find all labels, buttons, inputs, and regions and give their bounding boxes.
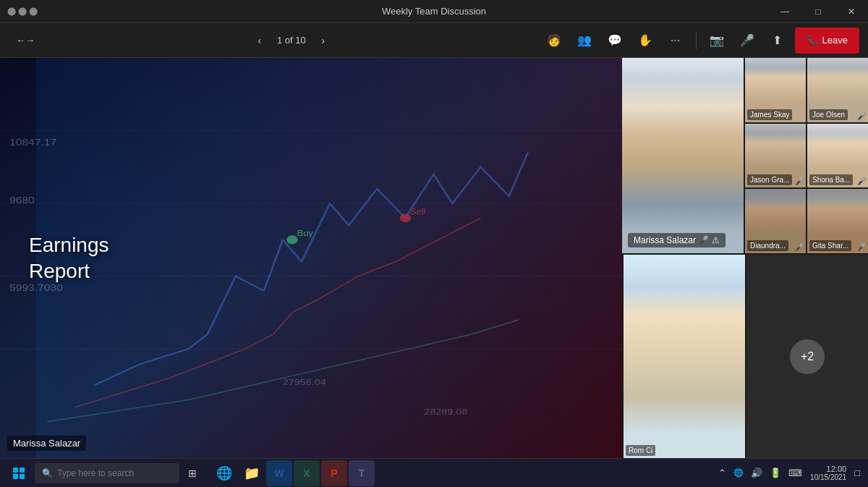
battery-icon: 🔋 [767,467,783,478]
mic-button[interactable]: 🎤 [734,27,760,54]
system-tray: ⌃ 🌐 🔊 🔋 ⌨ 12:00 10/15/2021 □ [716,465,862,481]
main-speaker-name: Marissa Salazar [634,235,696,245]
svg-text:27956.04: 27956.04 [283,378,326,387]
taskbar-apps: 🌐 📁 W X P T [211,460,375,486]
share-icon: ⬆ [773,33,782,47]
rom-ci-label: Rom Ci [626,445,655,456]
presentation-slide: 10847.17 9680 5993.7030 27956.04 28289.0… [0,58,622,458]
svg-rect-14 [13,467,18,473]
search-icon: 🔍 [42,468,53,478]
hand-icon: ✋ [638,33,652,47]
main-content: 10847.17 9680 5993.7030 27956.04 28289.0… [0,58,868,458]
james-name-label: James Skay [747,109,792,120]
taskbar-app-word[interactable]: W [266,460,292,486]
taskbar-app-folder[interactable]: 📁 [239,460,265,486]
task-view-button[interactable]: ⊞ [182,462,203,485]
excel-icon: X [303,467,310,479]
back-icon: ←→ [16,35,35,46]
prev-slide-button[interactable]: ‹ [250,30,270,51]
show-desktop-icon[interactable]: □ [852,467,862,478]
top-videos-row: Marissa Salazar 🎤 ⚠ James Skay Joe Olsen… [622,58,868,253]
joe-mute-icon: 🎤 [857,112,866,120]
clock-time: 12:00 [810,465,846,473]
taskbar-clock[interactable]: 12:00 10/15/2021 [807,465,849,481]
minimize-button[interactable]: — [768,0,801,23]
gita-name-label: Gita Shar... [809,240,851,251]
pagination-nav: ‹ 1 of 10 › [250,30,333,51]
main-speaker-video: Marissa Salazar 🎤 ⚠ [622,58,744,253]
chat-icon: 💬 [608,33,622,47]
next-slide-button[interactable]: › [313,30,333,51]
jason-name-label: Jason Gra... [747,174,792,185]
camera-icon: 📷 [710,33,724,47]
toolbar: ←→ ‹ 1 of 10 › 🧑 👥 💬 ✋ ··· 📷 🎤 ⬆ [0,23,868,58]
main-speaker-mic: 🎤 ⚠ [698,235,719,245]
joe-name-label: Joe Olsen [809,109,848,120]
svg-text:Sell: Sell [410,208,426,216]
folder-icon: 📁 [244,465,260,481]
svg-rect-15 [20,467,25,473]
diaundra-mute-icon: 🎤 [795,243,804,251]
edge-icon: 🌐 [216,465,232,481]
shona-mute-icon: 🎤 [857,177,866,185]
svg-text:10847.17: 10847.17 [9,137,56,147]
start-button[interactable] [6,462,32,485]
svg-point-12 [399,213,411,222]
mic-icon: 🎤 [740,33,754,47]
more-badge[interactable]: +2 [790,339,825,374]
presentation-area: 10847.17 9680 5993.7030 27956.04 28289.0… [0,58,622,458]
taskbar-app-teams[interactable]: T [349,460,375,486]
participant-shona: Shona Ba... 🎤 [807,124,868,188]
leave-button[interactable]: 📞 Leave [795,27,859,54]
presenter-label: Marissa Salazar [7,436,86,451]
phone-icon: 📞 [807,35,818,46]
svg-text:Buy: Buy [297,229,313,237]
taskbar-app-excel[interactable]: X [294,460,320,486]
search-input[interactable] [57,468,166,478]
hand-button[interactable]: ✋ [632,27,658,54]
rom-ci-video: Rom Ci [624,255,745,458]
more-button[interactable]: ··· [663,27,689,54]
participants-button[interactable]: 👥 [571,27,597,54]
maximize-button[interactable]: □ [801,0,835,23]
participant-jason: Jason Gra... 🎤 [745,124,806,188]
person-icon: 🧑 [547,33,561,47]
taskbar: 🔍 ⊞ 🌐 📁 W X P T ⌃ 🌐 🔊 🔋 ⌨ 12 [0,458,868,487]
svg-rect-17 [20,474,25,479]
back-button[interactable]: ←→ [9,27,42,54]
rom-face [624,255,745,458]
camera-button[interactable]: 📷 [704,27,730,54]
divider [696,32,697,49]
jason-mute-icon: 🎤 [795,177,804,185]
share-screen-button[interactable]: ⬆ [765,27,791,54]
slide-title: EarningsReport [29,232,109,284]
diaundra-name-label: Diaundra... [747,240,788,251]
svg-rect-16 [13,474,18,479]
participant-gita: Gita Shar... 🎤 [807,189,868,253]
search-box[interactable]: 🔍 [35,463,179,483]
volume-icon[interactable]: 🔊 [749,467,765,478]
taskbar-app-edge[interactable]: 🌐 [211,460,237,486]
language-icon: 🌐 [731,468,746,478]
network-icon[interactable]: ⌃ [716,467,728,478]
participant-row-1: James Skay Joe Olsen 🎤 [745,58,868,122]
more-icon: ··· [671,34,680,47]
bottom-row: Sean Oliver 🎤 ··· Rom Ci +2 [622,255,868,458]
close-button[interactable]: ✕ [835,0,868,23]
gita-mute-icon: 🎤 [857,243,866,251]
clock-date: 10/15/2021 [810,473,846,481]
taskbar-app-powerpoint[interactable]: P [321,460,347,486]
person-button[interactable]: 🧑 [541,27,567,54]
main-speaker-label: Marissa Salazar 🎤 ⚠ [628,233,726,247]
svg-point-10 [286,235,298,244]
svg-text:9680: 9680 [9,195,35,206]
window-controls: — □ ✕ [768,0,868,23]
shona-name-label: Shona Ba... [809,174,853,185]
chat-button[interactable]: 💬 [602,27,628,54]
svg-text:28289.08: 28289.08 [424,407,467,416]
app-label: ⬤ ⬤ ⬤ [7,7,38,16]
participant-row-2: Jason Gra... 🎤 Shona Ba... 🎤 [745,124,868,188]
more-participants[interactable]: +2 [746,255,868,458]
powerpoint-icon: P [331,467,337,479]
toolbar-right: 🧑 👥 💬 ✋ ··· 📷 🎤 ⬆ 📞 Leave [541,27,859,54]
